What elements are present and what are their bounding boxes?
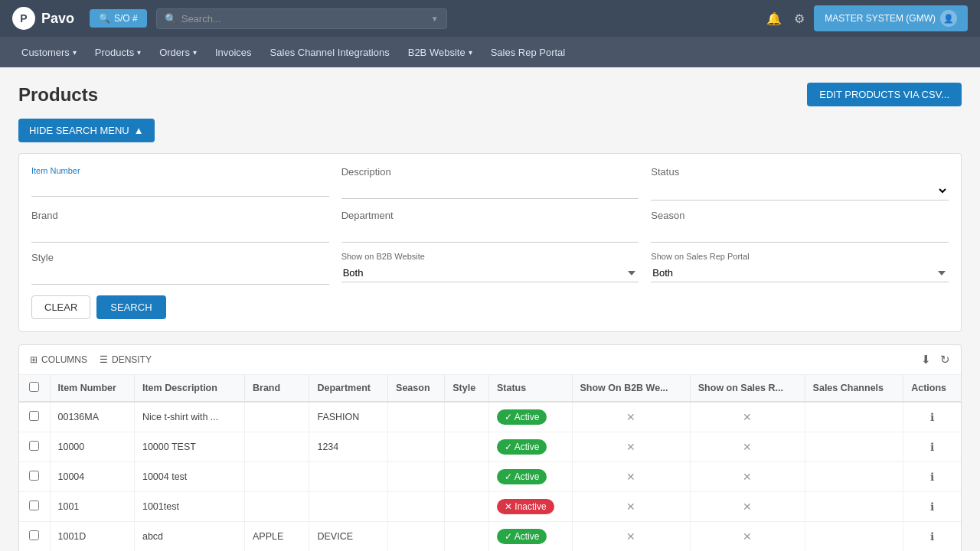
chevron-down-icon: ▾: [73, 48, 77, 57]
cell-brand: [245, 432, 309, 462]
cell-show-sales: ✕: [690, 492, 805, 522]
department-label: Department: [341, 210, 639, 221]
status-select[interactable]: Active Inactive: [651, 181, 949, 201]
download-icon[interactable]: ⬇: [921, 353, 931, 367]
nav-orders[interactable]: Orders ▾: [150, 39, 206, 66]
user-avatar: 👤: [940, 10, 957, 27]
select-all-checkbox[interactable]: [29, 382, 39, 392]
so-button[interactable]: 🔍 S/O #: [90, 9, 147, 28]
table-row: 1001 1001test ✕ Inactive ✕ ✕ ℹ: [19, 492, 961, 522]
status-field: Status Active Inactive: [651, 166, 949, 201]
cell-department: [309, 462, 388, 492]
global-search-input[interactable]: [181, 13, 426, 24]
row-checkbox[interactable]: [29, 530, 39, 540]
cell-item-number: 1001D: [50, 522, 134, 552]
col-department: Department: [309, 375, 388, 402]
col-season: Season: [388, 375, 445, 402]
settings-icon[interactable]: ⚙: [794, 11, 805, 26]
row-checkbox[interactable]: [29, 500, 39, 510]
chevron-down-icon: ▾: [137, 48, 141, 57]
master-system-button[interactable]: MASTER SYSTEM (GMW) 👤: [814, 5, 968, 31]
row-checkbox[interactable]: [29, 441, 39, 451]
nav-invoices-label: Invoices: [215, 47, 252, 58]
cell-description: Nice t-shirt with ...: [134, 402, 244, 432]
description-input[interactable]: [341, 181, 639, 199]
style-input[interactable]: [31, 266, 329, 285]
info-icon[interactable]: ℹ: [930, 500, 934, 513]
item-number-input[interactable]: [31, 178, 329, 197]
nav-sales-rep[interactable]: Sales Rep Portal: [482, 39, 575, 66]
brand-input[interactable]: [31, 224, 329, 243]
density-icon: ☰: [100, 354, 108, 365]
row-checkbox[interactable]: [29, 471, 39, 481]
cell-description: 10000 TEST: [134, 432, 244, 462]
nav-customers[interactable]: Customers ▾: [12, 39, 86, 66]
density-button[interactable]: ☰ DENSITY: [100, 354, 152, 365]
info-icon[interactable]: ℹ: [930, 471, 934, 483]
info-icon[interactable]: ℹ: [930, 530, 934, 543]
density-label: DENSITY: [112, 354, 152, 365]
global-search[interactable]: 🔍 ▼: [156, 8, 447, 29]
toolbar-left: ⊞ COLUMNS ☰ DENSITY: [30, 354, 152, 365]
info-icon[interactable]: ℹ: [930, 411, 934, 423]
row-checkbox-cell: [19, 522, 50, 552]
nav-invoices[interactable]: Invoices: [206, 39, 261, 66]
season-field: Season: [651, 210, 949, 243]
cell-department: [309, 492, 388, 522]
nav-bar: Customers ▾ Products ▾ Orders ▾ Invoices…: [0, 37, 980, 67]
refresh-icon[interactable]: ↻: [940, 353, 950, 367]
x-mark-b2b: ✕: [626, 411, 635, 423]
notification-icon[interactable]: 🔔: [766, 11, 782, 26]
cell-season: [388, 522, 445, 552]
nav-products[interactable]: Products ▾: [86, 39, 150, 66]
chevron-down-icon: ▾: [193, 48, 197, 57]
columns-button[interactable]: ⊞ COLUMNS: [30, 354, 87, 365]
cell-brand: [245, 492, 309, 522]
nav-sales-channel[interactable]: Sales Channel Integrations: [261, 39, 399, 66]
cell-show-b2b: ✕: [572, 432, 690, 462]
search-icon-bar: 🔍: [165, 13, 177, 24]
cell-item-number: 10004: [50, 462, 134, 492]
edit-csv-button[interactable]: EDIT PRODUCTS VIA CSV...: [807, 83, 962, 106]
cell-style: [445, 402, 489, 432]
cell-status: ✓ Active: [488, 402, 572, 432]
cell-show-b2b: ✕: [572, 492, 690, 522]
select-all-header: [19, 375, 50, 402]
status-badge: ✕ Inactive: [497, 499, 554, 514]
department-input[interactable]: [341, 224, 639, 243]
clear-button[interactable]: CLEAR: [31, 295, 90, 319]
cell-description: 10004 test: [134, 462, 244, 492]
chevron-up-icon: ▲: [134, 125, 144, 136]
nav-orders-label: Orders: [159, 47, 190, 58]
col-show-sales: Show on Sales R...: [690, 375, 805, 402]
cell-channels: [805, 462, 903, 492]
show-b2b-select[interactable]: Both Yes No: [341, 264, 639, 282]
show-sales-rep-select[interactable]: Both Yes No: [651, 264, 949, 282]
cell-channels: [805, 402, 903, 432]
columns-icon: ⊞: [30, 354, 38, 365]
cell-show-b2b: ✕: [572, 462, 690, 492]
chevron-down-icon: ▾: [469, 48, 472, 57]
row-checkbox[interactable]: [29, 411, 39, 421]
item-number-field: Item Number: [31, 166, 329, 201]
table-row: 10004 10004 test ✓ Active ✕ ✕ ℹ: [19, 462, 961, 492]
cell-season: [388, 492, 445, 522]
nav-customers-label: Customers: [21, 47, 70, 58]
cell-status: ✓ Active: [488, 522, 572, 552]
app-logo: P Pavo: [12, 7, 74, 30]
info-icon[interactable]: ℹ: [930, 441, 934, 453]
cell-department: FASHION: [309, 402, 388, 432]
cell-show-sales: ✕: [690, 462, 805, 492]
table-row: 00136MA Nice t-shirt with ... FASHION ✓ …: [19, 402, 961, 432]
department-field: Department: [341, 210, 639, 243]
search-row-3: Style Show on B2B Website Both Yes No Sh…: [31, 252, 949, 285]
search-button[interactable]: SEARCH: [96, 295, 165, 319]
col-brand: Brand: [245, 375, 309, 402]
season-input[interactable]: [651, 224, 949, 243]
status-badge: ✓ Active: [497, 409, 547, 425]
col-description: Item Description: [134, 375, 244, 402]
hide-search-button[interactable]: HIDE SEARCH MENU ▲: [18, 119, 155, 142]
style-field: Style: [31, 252, 329, 285]
nav-b2b[interactable]: B2B Website ▾: [399, 39, 482, 66]
table-header-row: Item Number Item Description Brand Depar…: [19, 375, 961, 402]
